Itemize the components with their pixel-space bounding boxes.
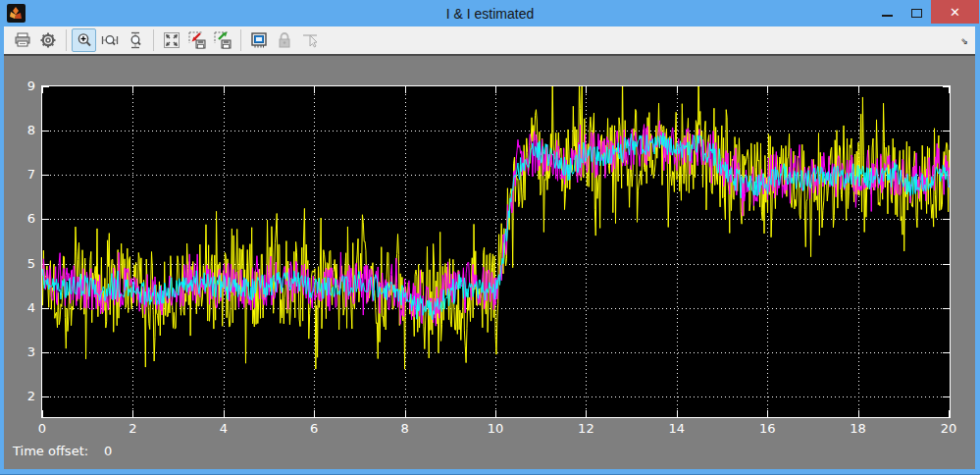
titlebar: I & I estimated ✕	[0, 0, 980, 26]
scope-client-area: 23456789 02468101214161820 Time offset:0	[4, 56, 975, 469]
y-tick-label: 6	[4, 211, 35, 227]
restore-axes-green-arrow-icon	[213, 31, 232, 49]
x-tick-label: 2	[115, 421, 150, 437]
maximize-icon	[911, 9, 922, 18]
expand-arrows-icon	[163, 31, 181, 49]
magnifier-x-axis-icon	[101, 31, 119, 49]
padlock-icon	[276, 31, 293, 49]
minimize-button[interactable]	[872, 0, 902, 23]
signal-selection-button[interactable]	[297, 28, 322, 52]
x-tick-label: 8	[387, 421, 423, 437]
y-tick-label: 5	[4, 256, 35, 272]
x-tick-label: 0	[25, 421, 60, 437]
x-tick-label: 6	[296, 421, 332, 437]
magnifier-plus-icon	[76, 31, 93, 49]
toolbar-separator	[240, 29, 241, 51]
plot-frame	[41, 85, 951, 418]
restore-axes-button[interactable]	[210, 28, 234, 52]
gear-icon	[39, 31, 57, 49]
toolbar-overflow-button[interactable]: ⇘	[960, 36, 968, 46]
minimize-icon	[882, 15, 893, 17]
time-offset: Time offset:0	[13, 444, 112, 458]
close-button[interactable]: ✕	[931, 0, 979, 24]
lock-axes-button[interactable]	[272, 28, 296, 52]
window-controls: ✕	[872, 0, 979, 26]
parameters-button[interactable]	[35, 28, 60, 52]
save-axes-button[interactable]	[184, 28, 209, 52]
maximize-button[interactable]	[902, 0, 931, 23]
y-tick-label: 9	[4, 79, 35, 94]
floating-scope-button[interactable]	[246, 28, 271, 52]
scope-window: I & I estimated ✕	[0, 0, 980, 475]
y-tick-label: 4	[4, 300, 35, 316]
x-tick-label: 16	[749, 421, 785, 437]
y-tick-label: 3	[4, 344, 35, 360]
zoom-y-button[interactable]	[123, 28, 147, 52]
close-icon: ✕	[950, 5, 960, 20]
time-offset-label: Time offset:	[13, 444, 88, 458]
x-tick-label: 14	[659, 421, 695, 437]
window-title: I & I estimated	[0, 6, 980, 22]
printer-icon	[14, 31, 31, 49]
zoom-x-button[interactable]	[97, 28, 122, 52]
save-axes-red-arrow-icon	[187, 31, 206, 49]
zoom-button[interactable]	[72, 28, 96, 52]
print-button[interactable]	[10, 28, 34, 52]
x-tick-label: 20	[931, 421, 966, 437]
autoscale-button[interactable]	[159, 28, 183, 52]
scope-toolbar: ⇘	[4, 26, 975, 56]
y-tick-label: 8	[4, 123, 35, 138]
y-tick-label: 2	[4, 389, 35, 404]
toolbar-separator	[66, 29, 67, 51]
overflow-arrow-icon: ⇘	[960, 36, 968, 46]
x-tick-label: 4	[206, 421, 241, 437]
magnifier-y-axis-icon	[127, 31, 144, 49]
y-tick-label: 7	[4, 167, 35, 183]
toolbar-separator	[153, 29, 154, 51]
simulink-app-icon	[7, 4, 26, 23]
x-tick-label: 12	[568, 421, 603, 437]
x-tick-label: 10	[478, 421, 513, 437]
x-tick-label: 18	[841, 421, 876, 437]
cursor-arrow-icon	[301, 31, 319, 49]
monitor-icon	[250, 31, 268, 49]
scope-plot[interactable]	[42, 86, 950, 417]
time-offset-value: 0	[104, 444, 112, 458]
